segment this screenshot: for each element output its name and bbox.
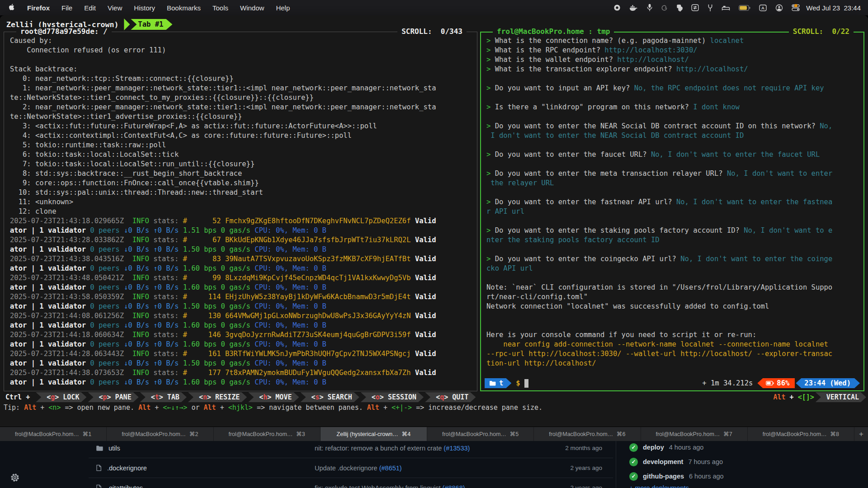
account-icon[interactable]: [775, 4, 783, 12]
settings-gear-button[interactable]: [10, 473, 20, 484]
gear-icon: [10, 473, 20, 483]
tuning-fork-icon[interactable]: [708, 4, 713, 12]
menu-view[interactable]: View: [102, 4, 128, 12]
sidebar-divider: [616, 441, 616, 488]
file-name-link[interactable]: .gitattributes: [107, 484, 143, 488]
terminal-window: Zellij (hysterical-crown) Tab #1 root@d7…: [0, 15, 868, 427]
photos-swap-icon[interactable]: [691, 4, 699, 11]
terminal-tab-5[interactable]: frol@MacBookPro.hom…⌘5: [427, 427, 534, 441]
keybind-lock[interactable]: g LOCK: [36, 392, 86, 402]
right-pane-scroll-indicator: SCROLL: 0/22: [789, 27, 854, 36]
zellij-tab-1[interactable]: Tab #1: [131, 19, 172, 30]
menubar-clock[interactable]: Wed Jul 23 23:44: [806, 4, 861, 12]
desktop: Firefox File Edit View History Bookmarks…: [0, 0, 868, 488]
menu-file[interactable]: File: [56, 4, 78, 12]
terminal-tab-strip: frol@MacBookPro.hom…⌘1 frol@MacBookPro.h…: [0, 427, 868, 441]
left-pane[interactable]: root@d778a97e59de: / SCROLL: 0/343 Cause…: [4, 32, 477, 391]
keybind-resize[interactable]: n RESIZE: [188, 392, 247, 402]
pr-link[interactable]: (#8651): [379, 465, 402, 472]
folder-icon: [489, 380, 496, 386]
keybind-move[interactable]: h MOVE: [248, 392, 299, 402]
commit-age: 2 years ago: [536, 465, 613, 471]
bed-icon[interactable]: [722, 5, 730, 11]
swirl-icon[interactable]: [661, 5, 668, 11]
shell-prompt[interactable]: t $ + 1m 34.212s 86% 23:44 (Wed): [485, 378, 860, 389]
pane-area: root@d778a97e59de: / SCROLL: 0/343 Cause…: [0, 32, 868, 391]
folder-icon: [96, 445, 103, 451]
check-icon: [629, 458, 638, 466]
keybind-tab[interactable]: t TAB: [140, 392, 187, 402]
menu-edit[interactable]: Edit: [78, 4, 102, 12]
new-tab-button[interactable]: +: [854, 427, 868, 441]
deployment-github-pages[interactable]: github-pages 6 hours ago: [629, 469, 828, 483]
hand-gesture-icon[interactable]: [676, 4, 683, 12]
menubar-status-icons: A Wed Jul 23 23:44: [613, 4, 861, 12]
record-icon[interactable]: [613, 4, 621, 11]
check-icon: [629, 443, 638, 452]
file-row-utils[interactable]: utils nit: refactor: remove a bunch of e…: [89, 441, 613, 458]
terminal-tab-2[interactable]: frol@MacBookPro.hom…⌘2: [107, 427, 213, 441]
left-pane-content: Caused by: Connection refused (os error …: [10, 36, 474, 388]
left-pane-title: root@d778a97e59de: /: [16, 27, 112, 36]
svg-text:A: A: [761, 5, 764, 10]
file-row-dockerignore[interactable]: .dockerignore Update .dockerignore (#865…: [89, 458, 613, 478]
right-pane-title: frol@MacBookPro.home : tmp: [493, 27, 614, 36]
deployment-deploy[interactable]: deploy 4 hours ago: [629, 441, 828, 455]
apple-icon: [9, 3, 17, 12]
battery-icon: [766, 381, 774, 385]
vertical-split-label: VERTICAL: [816, 392, 866, 402]
terminal-cursor: [524, 379, 528, 388]
right-pane-content: > What is the connection name? (e.g. pag…: [486, 36, 861, 376]
check-icon: [629, 472, 638, 481]
commit-age: 2 years ago: [536, 484, 613, 488]
terminal-tab-1[interactable]: frol@MacBookPro.hom…⌘1: [0, 427, 107, 441]
browser-window: utils nit: refactor: remove a bunch of e…: [0, 441, 868, 488]
keybind-search[interactable]: s SEARCH: [300, 392, 359, 402]
terminal-tab-3[interactable]: frol@MacBookPro.hom…⌘3: [214, 427, 321, 441]
menu-window[interactable]: Window: [234, 4, 270, 12]
battery-status-segment: 86%: [757, 378, 795, 388]
keybind-pane[interactable]: p PANE: [88, 392, 138, 402]
menu-firefox[interactable]: Firefox: [21, 4, 56, 12]
notification-dot: [794, 4, 797, 7]
repo-file-table: utils nit: refactor: remove a bunch of e…: [89, 441, 613, 488]
apple-menu[interactable]: [9, 3, 17, 12]
keybind-quit[interactable]: q QUIT: [425, 392, 476, 402]
input-source-icon[interactable]: A: [759, 5, 767, 11]
menu-bar: Firefox File Edit View History Bookmarks…: [0, 0, 868, 15]
deployment-development[interactable]: development 7 hours ago: [629, 455, 828, 469]
zellij-status-bar: Ctrl + g LOCK p PANE t TAB n RESIZE h MO…: [0, 392, 868, 402]
file-name-link[interactable]: .dockerignore: [107, 465, 147, 472]
more-deployments-link[interactable]: + more deployments: [629, 484, 689, 488]
prompt-symbol: $: [516, 379, 520, 387]
tab-separator-icon: [124, 19, 130, 30]
battery-icon[interactable]: [739, 5, 750, 11]
terminal-tab-6[interactable]: frol@MacBookPro.hom…⌘6: [534, 427, 641, 441]
left-pane-scroll-indicator: SCROLL: 0/343: [397, 27, 467, 36]
terminal-tab-4-active[interactable]: Zellij (hysterical-crown…⌘4: [321, 427, 427, 441]
command-duration: + 1m 34.212s: [702, 379, 753, 387]
menu-history[interactable]: History: [128, 4, 161, 12]
file-icon: [96, 465, 102, 471]
deployments-list: deploy 4 hours ago development 7 hours a…: [629, 441, 828, 483]
prompt-directory-segment: t: [485, 378, 511, 388]
menu-bookmarks[interactable]: Bookmarks: [161, 4, 207, 12]
control-center-icon[interactable]: [792, 4, 797, 11]
menu-tools[interactable]: Tools: [207, 4, 234, 12]
docker-icon[interactable]: [629, 4, 638, 11]
zellij-tip-line: Tip: Alt + <n> => open new pane. Alt + <…: [0, 403, 868, 413]
ctrl-prefix: Ctrl +: [0, 392, 34, 402]
commit-age: 2 months ago: [536, 445, 613, 451]
menu-help[interactable]: Help: [270, 4, 296, 12]
terminal-tab-7[interactable]: frol@MacBookPro.hom…⌘7: [641, 427, 748, 441]
file-name-link[interactable]: utils: [108, 445, 120, 452]
file-row-gitattributes[interactable]: .gitattributes fix: exclude test WebAsse…: [89, 478, 613, 488]
layout-mode-indicator: Alt + <[]> VERTICAL: [773, 392, 868, 402]
terminal-tab-8[interactable]: frol@MacBookPro.hom…⌘8: [748, 427, 854, 441]
pr-link[interactable]: (#8868): [443, 484, 465, 488]
keybind-session[interactable]: o SESSION: [361, 392, 424, 402]
right-pane[interactable]: frol@MacBookPro.home : tmp SCROLL: 0/22 …: [480, 32, 864, 391]
pr-link[interactable]: (#13533): [443, 445, 470, 452]
prompt-clock-segment: 23:44 (Wed): [796, 378, 860, 388]
microphone-icon[interactable]: [647, 4, 652, 12]
